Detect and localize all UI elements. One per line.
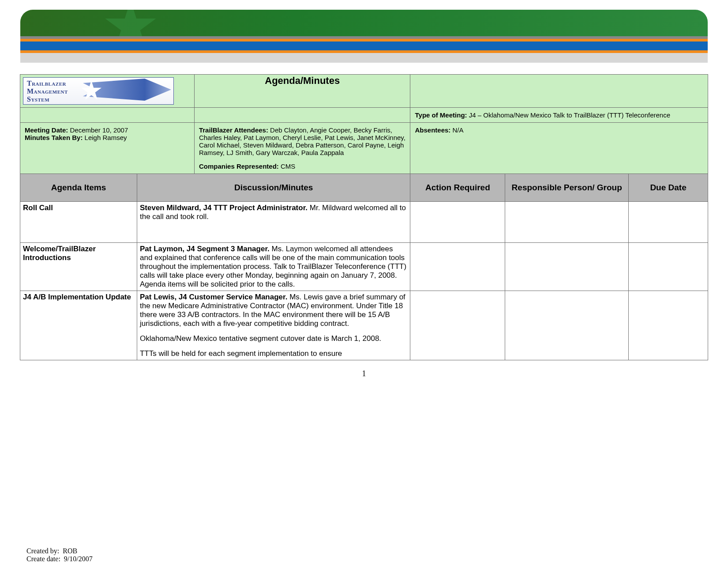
agenda-item: Welcome/TrailBlazer Introductions [20,243,137,291]
document-page: { "logo": {"line1":"Trailblazer","line2"… [0,10,728,563]
discussion-text: Oklahoma/New Mexico tentative segment cu… [140,334,381,343]
responsible-cell [505,291,629,360]
type-of-meeting-label: Type of Meeting: [415,111,467,119]
discussion-paragraph: Pat Lewis, J4 Customer Service Manager. … [140,293,408,328]
col-responsible: Responsible Person/ Group [505,174,629,202]
table-row: Roll CallSteven Mildward, J4 TTT Project… [20,202,708,243]
action-required-cell [410,202,505,243]
col-agenda-items: Agenda Items [20,174,137,202]
discussion-paragraph: Pat Laymon, J4 Segment 3 Manager. Ms. La… [140,245,408,289]
logo-text: Trailblazer Management System [27,79,68,103]
create-date-label: Create date: [26,555,60,563]
discussion-paragraph: Steven Mildward, J4 TTT Project Administ… [140,204,408,221]
banner-stripe [20,53,708,63]
created-by-value: ROB [63,547,77,555]
absentees-label: Absentees: [415,126,450,134]
banner-stripe [20,42,708,50]
created-by-label: Created by: [26,547,59,555]
responsible-cell [505,202,629,243]
logo-line: Management [27,87,68,95]
page-number: 1 [0,369,728,378]
col-discussion: Discussion/Minutes [137,174,410,202]
minutes-table: Trailblazer Management System Agenda/Min… [20,74,708,360]
attendees-cell: TrailBlazer Attendees: Deb Clayton, Angi… [194,123,410,174]
col-due-date: Due Date [629,174,708,202]
responsible-cell [505,243,629,291]
banner-star-icon [104,10,157,36]
meeting-date-label: Meeting Date: [25,126,68,134]
discussion-lead: Steven Mildward, J4 TTT Project Administ… [140,204,308,212]
logo-line: Trailblazer [27,79,66,87]
create-date-value: 9/10/2007 [64,555,93,563]
agenda-item: J4 A/B Implementation Update [20,291,137,360]
document-title: Agenda/Minutes [194,75,410,108]
table-row: Welcome/TrailBlazer IntroductionsPat Lay… [20,243,708,291]
meeting-type-cell: Type of Meeting: J4 – Oklahoma/New Mexic… [410,108,708,123]
logo-line: System [27,95,49,103]
companies-label: Companies Represented: [199,162,279,170]
logo-cell: Trailblazer Management System [20,75,195,108]
footer: Created by: ROB Create date: 9/10/2007 [26,547,93,563]
discussion-cell: Steven Mildward, J4 TTT Project Administ… [137,202,410,243]
minutes-taken-by-value: Leigh Ramsey [85,134,127,141]
trailblazer-logo: Trailblazer Management System [23,77,174,105]
action-required-cell [410,291,505,360]
due-date-cell [629,243,708,291]
empty-cell [194,108,410,123]
discussion-cell: Pat Laymon, J4 Segment 3 Manager. Ms. La… [137,243,410,291]
absentees-value: N/A [453,126,464,134]
due-date-cell [629,202,708,243]
discussion-cell: Pat Lewis, J4 Customer Service Manager. … [137,291,410,360]
due-date-cell [629,291,708,360]
type-of-meeting-value: J4 – Oklahoma/New Mexico Talk to TrailBl… [469,111,670,119]
attendees-label: TrailBlazer Attendees: [199,126,268,134]
action-required-cell [410,243,505,291]
meeting-date-cell: Meeting Date: December 10, 2007 Minutes … [20,123,195,174]
companies-value: CMS [281,162,295,170]
discussion-lead: Pat Laymon, J4 Segment 3 Manager. [140,245,270,253]
table-row: J4 A/B Implementation UpdatePat Lewis, J… [20,291,708,360]
discussion-lead: Pat Lewis, J4 Customer Service Manager. [140,293,287,301]
meeting-date-value: December 10, 2007 [70,126,128,134]
absentees-cell: Absentees: N/A [410,123,708,174]
col-action-required: Action Required [410,174,505,202]
discussion-paragraph: Oklahoma/New Mexico tentative segment cu… [140,334,408,343]
empty-cell [410,75,708,108]
discussion-text: TTTs will be held for each segment imple… [140,349,342,358]
top-banner [20,10,708,36]
empty-cell [20,108,195,123]
discussion-paragraph: TTTs will be held for each segment imple… [140,349,408,358]
agenda-item: Roll Call [20,202,137,243]
minutes-taken-by-label: Minutes Taken By: [25,134,83,141]
